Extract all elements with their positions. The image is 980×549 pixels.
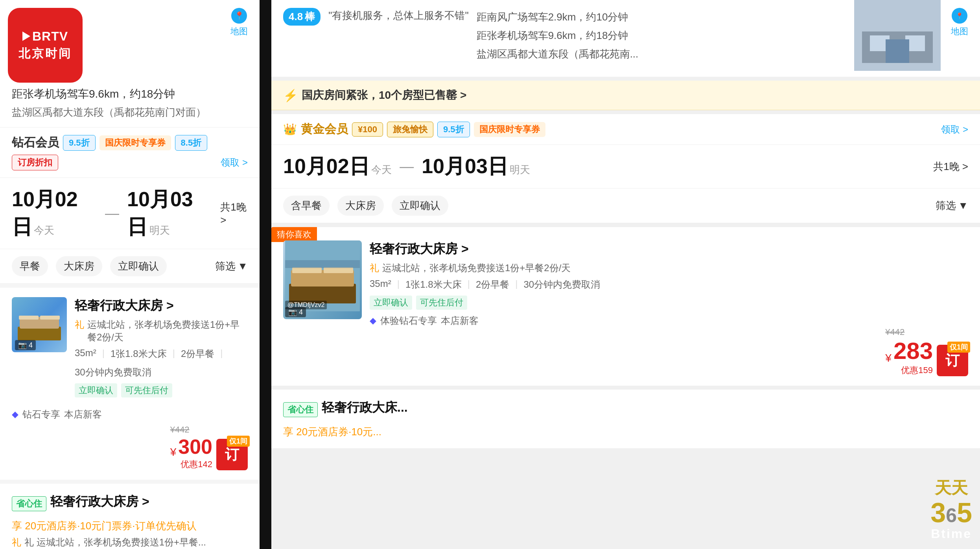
room-gift-right: 礼 运城北站，张孝机场免费接送1份+早餐2份/天 — [370, 262, 968, 274]
tag-95-right: 9.5折 — [437, 122, 470, 137]
collect-btn-right[interactable]: 领取 > — [941, 123, 968, 136]
checkout-date-right[interactable]: 10月03日 — [422, 155, 508, 177]
play-icon — [22, 31, 30, 41]
checkin-day-left: 今天 — [34, 224, 54, 236]
card2-gift-left: 礼 礼 运城北站，张孝机场免费接送1份+早餐... — [12, 536, 248, 549]
gold-title-right: 黄金会员 — [301, 121, 348, 137]
urgent-icon-right: ⚡ — [283, 89, 298, 102]
book-btn-1-left[interactable]: 仅1间 订 — [216, 439, 248, 470]
svg-rect-0 — [18, 327, 61, 340]
header-section-right: 4.8 棒 "有接机服务，总体上服务不错" 距南风广场驾车2.9km，约10分钟… — [271, 0, 980, 77]
brtv-text: BRTV — [32, 29, 68, 44]
card-info-1-right: 轻奢行政大床房 > 礼 运城北站，张孝机场免费接送1份+早餐2份/天 35m² … — [370, 240, 968, 376]
svg-rect-2 — [19, 316, 39, 320]
book-badge-1-right: 仅1间 — [947, 342, 970, 353]
rating-label-right: 棒 — [305, 10, 315, 24]
confirm-tag-right: 立即确认 — [370, 296, 412, 310]
price-main-right: 283 — [893, 337, 933, 364]
member-title-left: 钻石会员 — [12, 135, 59, 151]
checkout-day-right: 明天 — [510, 164, 530, 176]
card2-title-left[interactable]: 轻奢行政大床房 > — [50, 493, 149, 510]
filter-bigbed-left[interactable]: 大床房 — [56, 256, 102, 276]
card2-voucher-right: 享 20元酒店券·10元... — [283, 425, 968, 439]
urgent-notice-right[interactable]: ⚡ 国庆房间紧张，10个房型已售罄 > — [271, 81, 980, 110]
diamond-icon-right: ◆ — [370, 316, 376, 326]
room-tags-right: 立即确认 可先住后付 — [370, 296, 968, 310]
book-label-right: 订 — [945, 351, 960, 370]
gift-icon2-left: 礼 — [12, 536, 21, 549]
svg-rect-12 — [292, 267, 322, 273]
brtv-subtitle: 北京时间 — [18, 46, 72, 62]
discount-info-right: ¥442 — [885, 327, 933, 337]
spec-breakfast-right: 2份早餐 — [476, 278, 509, 291]
right-screen: 4.8 棒 "有接机服务，总体上服务不错" 距南风广场驾车2.9km，约10分钟… — [271, 0, 980, 549]
card2-voucher-left: 享 20元酒店券·10元门票券·订单优先确认 — [12, 519, 248, 533]
room-img-right-1: 📷 4 @TMDfjVzv2 — [283, 240, 362, 319]
diamond-icon-left: ◆ — [12, 409, 18, 420]
card2-badge-left: 省心住 — [12, 496, 46, 511]
pay-later-tag-right: 可先住后付 — [416, 296, 467, 310]
ref-tag-right: @TMDfjVzv2 — [285, 301, 327, 309]
card-header-1-left: 📷 4 轻奢行政大床房 > 礼 运城北站，张孝机场免费接送1份+早餐2份/天 3… — [12, 297, 248, 402]
diamond-row-right: ◆ 体验钻石专享 本店新客 — [370, 314, 968, 327]
filter-confirm-left[interactable]: 立即确认 — [110, 256, 167, 276]
checkin-day-right: 今天 — [371, 164, 392, 176]
diamond-tag1-right: 体验钻石专享 — [380, 314, 437, 327]
map-icon: 📍 — [231, 8, 247, 24]
filter-bigbed-right[interactable]: 大床房 — [337, 196, 384, 216]
filter-breakfast-right[interactable]: 含早餐 — [283, 196, 330, 216]
img-count-left: 📷 4 — [15, 340, 36, 350]
price-original-left: ¥442 — [170, 425, 190, 435]
tag-95-left: 9.5折 — [63, 135, 96, 151]
filter-btn-left[interactable]: 筛选 ▼ — [215, 259, 248, 273]
spec-size-right: 35m² — [370, 278, 391, 291]
price-section-left: ¥442 ¥ 300 优惠142 仅1间 订 — [12, 425, 248, 470]
spec-cancel-right: 30分钟内免费取消 — [523, 278, 600, 291]
rating-number-right: 4.8 — [289, 11, 303, 23]
hotel-card-2-right: 省心住 轻奢行政大床... 享 20元酒店券·10元... — [271, 390, 980, 448]
gift-text-right: 运城北站，张孝机场免费接送1份+早餐2份/天 — [382, 262, 571, 274]
map-section-right[interactable]: 📍 地图 — [951, 8, 968, 37]
date-dash-left: — — [105, 205, 119, 222]
book-btn-1-right[interactable]: 仅1间 订 — [937, 345, 968, 376]
gift-icon-left: 礼 — [75, 318, 84, 331]
room-image-1-left: 📷 4 — [12, 297, 67, 352]
watermark-brand: 天天 — [930, 477, 972, 499]
room-gift-left: 礼 运城北站，张孝机场免费接送1份+早餐2份/天 — [75, 318, 248, 344]
filter-section-right: 含早餐 大床房 立即确认 筛选 ▼ — [271, 189, 980, 223]
diamond-tag1-left: 钻石专享 — [22, 408, 60, 421]
brtv-logo: BRTV 北京时间 — [8, 8, 83, 83]
review-text-right: "有接机服务，总体上服务不错" — [328, 8, 468, 23]
room-specs-right: 35m² | 1张1.8米大床 | 2份早餐 | 30分钟内免费取消 — [370, 278, 968, 291]
gift-text2-left: 礼 运城北站，张孝机场免费接送1份+早餐... — [24, 536, 206, 549]
map-button[interactable]: 📍 地图 — [230, 8, 248, 37]
book-label-left: 订 — [225, 445, 239, 464]
member-section-left: 钻石会员 9.5折 国庆限时专享券 8.5折 订房折扣 领取 > — [0, 128, 260, 178]
filter-btn-right[interactable]: 筛选 ▼ — [936, 199, 968, 213]
svg-rect-13 — [324, 267, 353, 273]
gift-text-left: 运城北站，张孝机场免费接送1份+早餐2份/天 — [87, 318, 248, 344]
room-title-1-left[interactable]: 轻奢行政大床房 > — [75, 297, 248, 314]
nights-info-right: 共1晚 > — [933, 160, 968, 174]
collect-btn-left[interactable]: 领取 > — [221, 156, 248, 169]
filter-down-icon-right: ▼ — [958, 200, 968, 212]
checkin-date-right[interactable]: 10月02日 — [283, 155, 370, 177]
filter-breakfast-left[interactable]: 早餐 — [12, 256, 48, 276]
phone-divider — [260, 0, 271, 549]
right-card-inner-1: 📷 4 @TMDfjVzv2 轻奢行政大床房 > 礼 运城北站，张孝机场免费接送… — [283, 240, 968, 376]
spec-bed-left: 1张1.8米大床 — [111, 348, 167, 360]
rating-badge-right: 4.8 棒 — [283, 8, 321, 26]
discount-save-left: 优惠142 — [170, 458, 212, 470]
diamond-tag2-right: 本店新客 — [441, 314, 479, 327]
room-title-1-right[interactable]: 轻奢行政大床房 > — [370, 240, 968, 258]
tag-national-right: 国庆限时专享券 — [474, 122, 545, 137]
bed-illustration-left — [16, 307, 63, 342]
pay-later-tag-left: 可先住后付 — [121, 383, 172, 397]
card2-title-right[interactable]: 轻奢行政大床... — [322, 399, 408, 416]
filter-section-left: 早餐 大床房 立即确认 筛选 ▼ — [0, 249, 260, 284]
svg-rect-14 — [285, 260, 360, 268]
card2-badge-right: 省心住 — [283, 402, 318, 417]
filter-confirm-right[interactable]: 立即确认 — [392, 196, 448, 216]
spec-bed-right: 1张1.8米大床 — [405, 278, 462, 291]
tag-85-left: 8.5折 — [175, 135, 208, 151]
